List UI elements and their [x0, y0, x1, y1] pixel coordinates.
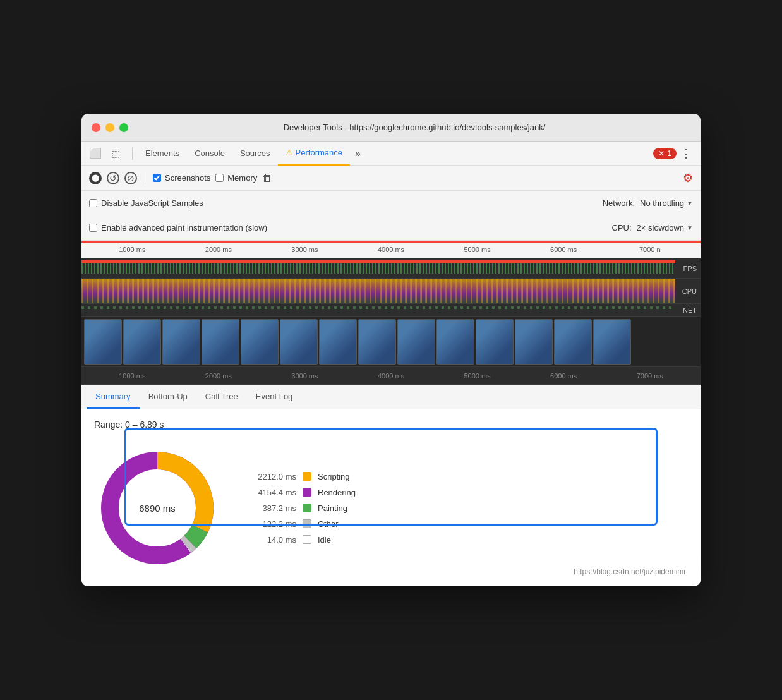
- tab-console[interactable]: Console: [187, 142, 232, 166]
- screenshot-12: [515, 319, 553, 365]
- memory-checkbox-label[interactable]: Memory: [215, 173, 257, 183]
- ruler-ticks: 1000 ms 2000 ms 3000 ms 4000 ms 5000 ms …: [89, 246, 693, 253]
- controls-bar: ⬤ ↺ ⊘ Screenshots Memory 🗑 ⚙: [81, 166, 701, 191]
- cursor-icon[interactable]: ⬜: [87, 145, 104, 162]
- tick2-5000: 5000 ms: [434, 372, 520, 380]
- perf-rows: FPS CPU NET: [81, 258, 701, 317]
- maximize-button[interactable]: [119, 123, 128, 132]
- tab-bottom-up[interactable]: Bottom-Up: [140, 385, 196, 409]
- close-button[interactable]: [92, 123, 100, 132]
- legend-item-scripting: 2212.0 ms Scripting: [246, 472, 356, 481]
- fps-row: FPS: [81, 258, 701, 279]
- tab-event-log[interactable]: Event Log: [247, 385, 302, 409]
- cpu-row: CPU: [81, 279, 701, 304]
- rendering-label: Rendering: [318, 488, 356, 497]
- other-label: Other: [318, 519, 339, 529]
- legend-item-rendering: 4154.4 ms Rendering: [246, 488, 356, 497]
- tick-2000: 2000 ms: [176, 246, 262, 253]
- tab-sources[interactable]: Sources: [232, 142, 278, 166]
- tick2-4000: 4000 ms: [348, 372, 435, 380]
- screenshot-7: [319, 319, 357, 365]
- network-select[interactable]: Network: No throttling ▼: [603, 198, 693, 208]
- summary-content: Range: 0 – 6.89 s 6890 ms: [81, 409, 701, 586]
- tab-performance[interactable]: ⚠ Performance: [278, 142, 350, 166]
- memory-checkbox[interactable]: [215, 174, 224, 182]
- screenshots-checkbox[interactable]: [153, 174, 161, 182]
- painting-label: Painting: [318, 504, 347, 513]
- donut-center-label: 6890 ms: [139, 503, 176, 514]
- tick-5000: 5000 ms: [434, 246, 520, 253]
- tab-call-tree[interactable]: Call Tree: [196, 385, 247, 409]
- rendering-ms: 4154.4 ms: [246, 488, 296, 497]
- screenshot-6: [280, 319, 318, 365]
- summary-panel: Summary Bottom-Up Call Tree Event Log Ra…: [81, 385, 701, 586]
- trash-icon[interactable]: 🗑: [262, 172, 272, 184]
- advanced-paint-checkbox[interactable]: [89, 224, 97, 232]
- options-bar-2: Enable advanced paint instrumentation (s…: [81, 215, 701, 241]
- idle-label: Idle: [318, 535, 331, 545]
- idle-ms: 14.0 ms: [246, 535, 296, 545]
- tab-summary[interactable]: Summary: [87, 385, 140, 409]
- error-badge[interactable]: ✕ 1: [653, 148, 677, 159]
- cpu-select[interactable]: CPU: 2× slowdown ▼: [612, 223, 694, 232]
- separator: [145, 172, 145, 184]
- tab-elements[interactable]: Elements: [138, 142, 187, 166]
- screenshots-row: [81, 317, 701, 367]
- devtools-window: Developer Tools - https://googlechrome.g…: [81, 114, 701, 586]
- net-row: NET: [81, 304, 701, 317]
- tick2-6000: 6000 ms: [520, 372, 607, 380]
- tabs-bar: ⬜ ⬚ Elements Console Sources ⚠ Performan…: [81, 142, 701, 166]
- settings-icon[interactable]: ⚙: [683, 171, 693, 185]
- screenshot-8: [358, 319, 396, 365]
- timeline-ruler: 1000 ms 2000 ms 3000 ms 4000 ms 5000 ms …: [81, 241, 701, 258]
- title-bar: Developer Tools - https://googlechrome.g…: [81, 114, 701, 142]
- other-swatch: [303, 519, 311, 528]
- tick2-3000: 3000 ms: [262, 372, 348, 380]
- screenshot-11: [476, 319, 514, 365]
- record-button[interactable]: ⬤: [89, 172, 102, 184]
- tick-1000: 1000 ms: [89, 246, 176, 253]
- clear-button[interactable]: ⊘: [124, 172, 137, 184]
- tick2-1000: 1000 ms: [89, 372, 176, 380]
- device-icon[interactable]: ⬚: [107, 145, 124, 162]
- scripting-swatch: [303, 472, 311, 481]
- screenshot-5: [241, 319, 279, 365]
- error-icon: ✕: [658, 149, 665, 158]
- footer-url: https://blog.csdn.net/juzipidemimi: [574, 567, 685, 576]
- fps-label: FPS: [683, 265, 697, 272]
- screenshot-4: [202, 319, 239, 365]
- screenshot-9: [397, 319, 435, 365]
- legend-item-painting: 387.2 ms Painting: [246, 504, 356, 513]
- scripting-label: Scripting: [318, 472, 350, 481]
- more-tabs-button[interactable]: »: [350, 148, 366, 159]
- screenshot-14: [593, 319, 631, 365]
- cpu-dropdown-arrow: ▼: [687, 224, 693, 231]
- fps-red-bar: [81, 241, 701, 243]
- window-title: Developer Tools - https://googlechrome.g…: [138, 123, 690, 132]
- legend: 2212.0 ms Scripting 4154.4 ms Rendering …: [246, 472, 356, 545]
- scripting-ms: 2212.0 ms: [246, 472, 296, 481]
- fps-green-line: [81, 263, 675, 274]
- network-dropdown-arrow: ▼: [687, 200, 693, 207]
- screenshots-checkbox-label[interactable]: Screenshots: [153, 173, 210, 183]
- legend-item-idle: 14.0 ms Idle: [246, 535, 356, 545]
- reload-button[interactable]: ↺: [107, 172, 119, 184]
- timeline-ruler-2: 1000 ms 2000 ms 3000 ms 4000 ms 5000 ms …: [81, 367, 701, 385]
- advanced-paint-label[interactable]: Enable advanced paint instrumentation (s…: [89, 223, 267, 232]
- options-bar: Disable JavaScript Samples Network: No t…: [81, 191, 701, 216]
- net-label: NET: [683, 306, 697, 314]
- legend-item-other: 122.2 ms Other: [246, 519, 356, 529]
- screenshot-1: [84, 319, 122, 365]
- screenshot-2: [123, 319, 161, 365]
- painting-swatch: [303, 504, 311, 512]
- cpu-overlay: [81, 279, 675, 303]
- screenshot-10: [436, 319, 474, 365]
- minimize-button[interactable]: [105, 123, 114, 132]
- rendering-swatch: [303, 488, 311, 497]
- disable-js-label[interactable]: Disable JavaScript Samples: [89, 198, 203, 208]
- tick-4000: 4000 ms: [348, 246, 435, 253]
- traffic-lights: [92, 123, 128, 132]
- donut-chart: 6890 ms: [94, 445, 220, 571]
- menu-icon[interactable]: ⋮: [677, 147, 695, 160]
- disable-js-checkbox[interactable]: [89, 199, 97, 207]
